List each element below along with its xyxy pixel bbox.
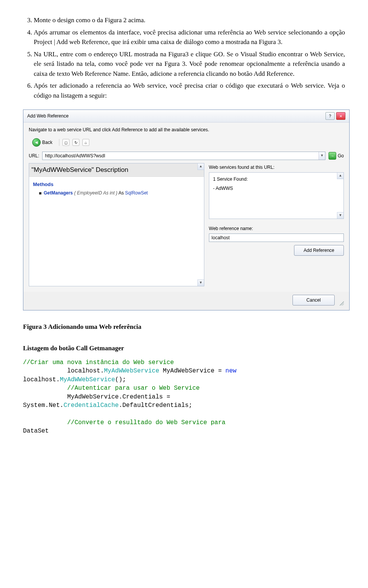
dialog-footer: Cancel — [23, 292, 349, 310]
code-comment: //Autenticar para usar o Web Service — [23, 385, 200, 392]
close-button[interactable]: ✕ — [336, 112, 345, 120]
back-label: Back — [42, 139, 53, 146]
ref-name-label: Web reference name: — [209, 225, 344, 232]
code-text: MyAdWebService = — [159, 368, 225, 374]
window-controls: ? ✕ — [325, 112, 345, 120]
method-params: ( EmployeeID As int ) — [74, 190, 117, 196]
list-item: Após arrumar os elementos da interface, … — [34, 28, 345, 47]
list-item: Monte o design como o da Figura 2 acima. — [34, 15, 345, 25]
go-button[interactable]: → Go — [329, 152, 344, 160]
code-text: localhost. — [23, 368, 104, 374]
ref-name-input[interactable] — [209, 234, 344, 242]
scroll-up-icon[interactable]: ▲ — [337, 173, 343, 179]
figure-number: Figura 3 — [23, 323, 47, 330]
listing-header: Listagem do botão Call Getmanager — [23, 343, 345, 353]
code-comment: //Converte o resulltado do Web Service p… — [23, 419, 225, 426]
found-label: Web services found at this URL: — [209, 164, 344, 171]
url-label: URL: — [29, 152, 39, 159]
dialog-title-text: Add Web Reference — [27, 113, 69, 119]
figure-text: Adicionando uma Web referência — [47, 323, 141, 330]
help-button[interactable]: ? — [325, 112, 335, 120]
method-item: GetManagers ( EmployeeID As int ) As Sql… — [39, 189, 196, 196]
figure-caption: Figura 3 Adicionando uma Web referência — [23, 322, 345, 332]
instruction-list: Monte o design como o da Figura 2 acima.… — [23, 15, 345, 100]
separator — [59, 139, 59, 146]
go-label: Go — [338, 152, 344, 159]
methods-header: Methods — [33, 181, 196, 188]
code-text: MyAdWebService.Credentials = — [23, 394, 170, 400]
home-icon[interactable]: ⌂ — [82, 139, 89, 146]
back-arrow-icon: ◄ — [32, 138, 41, 147]
add-web-reference-dialog: Add Web Reference ? ✕ Navigate to a web … — [23, 109, 350, 310]
code-text: .DefaultCredentials; — [119, 402, 192, 409]
dialog-titlebar: Add Web Reference ? ✕ — [23, 110, 349, 122]
url-combo[interactable]: ▼ — [42, 152, 325, 160]
cancel-button[interactable]: Cancel — [292, 295, 335, 305]
list-item: Após ter adicionado a referencia ao Web … — [34, 81, 345, 100]
method-return[interactable]: SqlRowSet — [125, 190, 148, 196]
service-description-panel: ▲ "MyAdWWebService" Description Methods … — [29, 163, 204, 286]
url-input[interactable] — [43, 152, 319, 160]
services-found-panel: ▲ 1 Service Found: - AdWWS ▼ — [209, 172, 344, 219]
stop-icon[interactable]: ◻ — [62, 139, 69, 146]
back-button[interactable]: ◄ Back — [29, 137, 56, 148]
code-type: CredentialCache — [64, 402, 119, 409]
nav-toolbar: ◄ Back ◻ ↻ ⌂ — [29, 137, 344, 148]
list-item: Na URL, entre com o endereço URL mostrad… — [34, 49, 345, 79]
resize-grip-icon[interactable] — [338, 300, 344, 305]
go-arrow-icon: → — [329, 152, 336, 160]
add-reference-button[interactable]: Add Reference — [294, 245, 344, 256]
method-as: As — [118, 190, 124, 196]
code-text: DataSet — [23, 428, 49, 434]
code-comment: //Criar uma nova instância do Web servic… — [23, 359, 174, 366]
code-text: localhost. — [23, 376, 60, 383]
code-type: MyAdWWebService — [104, 368, 159, 374]
service-title: "MyAdWWebService" Description — [29, 163, 204, 177]
code-listing: //Criar uma nova instância do Web servic… — [23, 358, 345, 436]
bullet-icon — [39, 192, 41, 194]
scroll-down-icon[interactable]: ▼ — [337, 212, 343, 219]
code-text: (); — [115, 376, 126, 383]
method-name[interactable]: GetManagers — [44, 190, 73, 196]
dialog-description: Navigate to a web service URL and click … — [29, 126, 344, 133]
code-keyword: new — [225, 368, 237, 374]
found-service: - AdWWS — [213, 185, 335, 192]
chevron-down-icon[interactable]: ▼ — [319, 152, 325, 160]
scroll-down-icon[interactable]: ▼ — [197, 279, 204, 286]
url-row: URL: ▼ → Go — [29, 152, 344, 160]
screenshot-figure: Add Web Reference ? ✕ Navigate to a web … — [23, 109, 345, 310]
scroll-up-icon[interactable]: ▲ — [197, 163, 204, 170]
code-text: System.Net. — [23, 402, 64, 409]
code-type: MyAdWWebService — [60, 376, 115, 383]
found-count: 1 Service Found: — [213, 176, 335, 183]
refresh-icon[interactable]: ↻ — [72, 139, 79, 146]
